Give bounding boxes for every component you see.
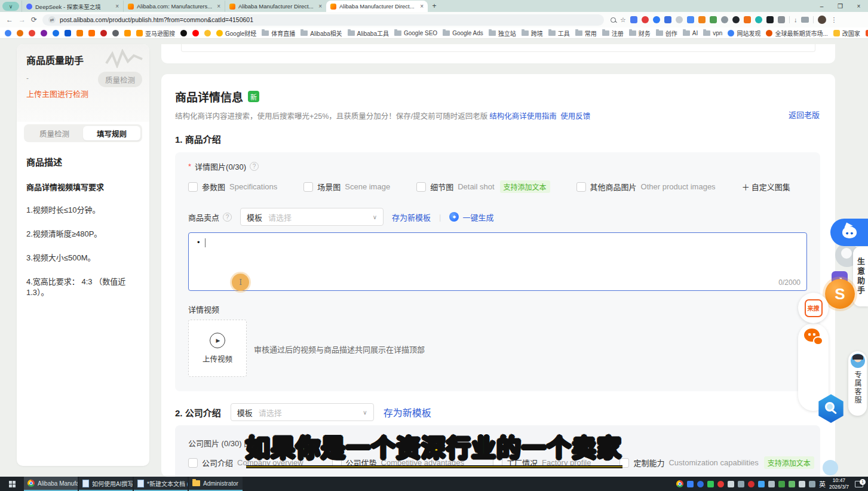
tray-shield-icon[interactable] — [697, 481, 704, 487]
checkbox-icon[interactable] — [303, 182, 313, 192]
bookmark-folder[interactable]: Google SEO — [394, 30, 437, 36]
bookmark-favicon[interactable] — [204, 30, 211, 36]
wechat-float-pill[interactable] — [798, 323, 829, 411]
bookmark-favicon[interactable] — [112, 30, 119, 36]
extension-icon[interactable] — [766, 16, 774, 23]
bookmark-favicon[interactable] — [53, 30, 59, 36]
bookmark-favicon[interactable] — [100, 30, 107, 36]
back-to-old-version-link[interactable]: 返回老版 — [789, 109, 820, 120]
bookmark-folder[interactable]: AI — [683, 30, 698, 36]
tray-photo-icon[interactable] — [738, 481, 744, 487]
bookmark-folder[interactable]: 体育直播 — [262, 29, 295, 38]
bookmark-favicon[interactable] — [65, 30, 71, 36]
tray-icon[interactable] — [717, 481, 724, 487]
bookmark-favicon[interactable] — [192, 30, 199, 36]
url-input[interactable]: ⇄ post.alibaba.com/product/publish.htm?f… — [42, 14, 604, 26]
minimize-button[interactable]: – — [812, 1, 831, 12]
back-icon[interactable]: ← — [6, 16, 13, 24]
customer-service-button[interactable]: 专属客服 — [848, 351, 867, 416]
checkbox-customization-capabilities[interactable]: 定制能力 Customization capabilities 支持添加文本 — [619, 456, 814, 469]
extension-icon[interactable] — [664, 16, 671, 23]
bookmark-folder[interactable]: vpn — [703, 30, 722, 36]
bookmark-folder[interactable]: Alibaba工具 — [348, 29, 389, 38]
profile-avatar[interactable] — [818, 16, 826, 24]
tray-mic-icon[interactable] — [728, 481, 734, 487]
bookmark-favicon[interactable] — [5, 30, 11, 36]
bookmark-folder[interactable]: 跨境 — [522, 29, 543, 38]
business-assistant-label-pill[interactable]: 生意助手 — [853, 247, 868, 306]
taskbar-clock[interactable]: 10:47 2026/3/7 — [829, 477, 849, 490]
extensions-puzzle-icon[interactable] — [778, 16, 785, 23]
extension-icon[interactable] — [630, 16, 637, 23]
extension-icon[interactable] — [744, 16, 751, 23]
save-as-template-link[interactable]: 存为新模板 — [392, 211, 431, 223]
extension-icon[interactable] — [676, 16, 683, 23]
zoom-icon[interactable] — [611, 17, 616, 23]
tab-search-button[interactable]: ∨ — [2, 2, 19, 11]
feedback-link[interactable]: 使用反馈 — [560, 112, 590, 121]
skype-float-button[interactable]: S — [825, 279, 855, 309]
extension-icon[interactable] — [755, 16, 762, 23]
upload-video-button[interactable]: ▶ 上传视频 — [188, 320, 247, 377]
bookmark-item[interactable]: 全球最新期货市场... — [766, 29, 827, 38]
bookmark-favicon[interactable] — [29, 30, 35, 36]
bookmark-folder[interactable]: 工具 — [548, 29, 570, 38]
bookmark-item[interactable]: 亚马逊图搜 — [136, 29, 175, 38]
bookmark-folder[interactable]: 独立站 — [489, 29, 516, 38]
tab-quality-check[interactable]: 质量检测 — [26, 126, 83, 140]
tray-battery-icon[interactable] — [768, 481, 775, 487]
info-icon[interactable]: ? — [250, 162, 259, 171]
bookmark-folder[interactable]: 常用 — [575, 29, 597, 38]
checkbox-scene-image[interactable]: 场景图 Scene image — [303, 181, 390, 192]
bookmark-favicon[interactable] — [17, 30, 23, 36]
quality-check-button[interactable]: 质量检测 — [98, 72, 142, 87]
bookmark-favicon[interactable] — [124, 30, 131, 36]
bookmark-favicon[interactable] — [180, 30, 187, 36]
extension-icon[interactable] — [687, 16, 694, 23]
restore-button[interactable]: ❐ — [831, 1, 849, 12]
bookmark-item[interactable]: 海天知识产权保护... — [866, 29, 868, 38]
custom-album-button[interactable]: ＋ 自定义图集 — [742, 181, 790, 192]
company-template-select[interactable]: 模板 请选择 ∨ — [231, 403, 374, 421]
checkbox-icon[interactable] — [188, 182, 198, 192]
bookmark-folder[interactable]: Google Ads — [443, 30, 483, 36]
selling-point-editor[interactable]: • 0/2000 — [188, 232, 807, 291]
notification-center-icon[interactable]: 1 — [855, 481, 863, 487]
checkbox-icon[interactable] — [576, 182, 586, 192]
bookmark-folder[interactable]: 财务 — [629, 29, 651, 38]
tray-icon[interactable] — [707, 481, 714, 487]
checkbox-other-product-images[interactable]: 其他商品图片 Other product images — [576, 181, 716, 192]
save-as-template-link[interactable]: 存为新模板 — [384, 405, 431, 419]
extension-icon[interactable] — [721, 16, 728, 23]
start-button[interactable] — [0, 477, 24, 491]
taskbar-app-notepad-1[interactable]: 如何使用AI撰写产... — [79, 477, 133, 491]
tab-close-icon[interactable]: × — [318, 3, 322, 10]
bookmark-folder[interactable]: 注册 — [602, 29, 624, 38]
checkbox-detail-shot[interactable]: 细节图 Detail shot 支持添加文本 — [416, 180, 550, 193]
upload-main-image-link[interactable]: 上传主图进行检测 — [26, 88, 140, 99]
tray-icon[interactable] — [758, 481, 765, 487]
taskbar-app-notepad-2[interactable]: *新建文本文档 (2).t... — [134, 477, 188, 491]
template-select[interactable]: 模板 请选择 ∨ — [240, 208, 384, 226]
tray-icon[interactable] — [789, 481, 795, 487]
bookmark-folder[interactable]: Alibaba相关 — [300, 29, 342, 38]
browser-tool-icon[interactable] — [801, 17, 809, 23]
extension-icon[interactable] — [653, 16, 660, 23]
tab-close-icon[interactable]: × — [115, 3, 119, 10]
tab-close-icon[interactable]: × — [420, 3, 424, 10]
tray-icon[interactable] — [748, 481, 754, 487]
checkbox-icon[interactable] — [416, 182, 426, 192]
tray-icon[interactable] — [778, 481, 785, 487]
bookmark-item[interactable]: Google财经 — [216, 29, 256, 38]
bookmark-item[interactable]: 网站发现 — [728, 29, 760, 38]
refresh-icon[interactable]: ⟳ — [31, 16, 37, 24]
business-assistant-button[interactable] — [830, 219, 868, 246]
info-icon[interactable]: ? — [223, 213, 232, 222]
tray-chrome-icon[interactable] — [676, 480, 683, 487]
one-click-generate-button[interactable]: ◆ 一键生成 — [449, 211, 493, 223]
bookmark-folder[interactable]: 创作 — [656, 29, 677, 38]
bookmark-favicon[interactable] — [41, 30, 47, 36]
tray-icon[interactable] — [687, 481, 694, 487]
browser-tab[interactable]: Alibaba.com: Manufacturers... × — [123, 1, 225, 12]
menu-dots-icon[interactable]: ⋮ — [830, 16, 837, 24]
